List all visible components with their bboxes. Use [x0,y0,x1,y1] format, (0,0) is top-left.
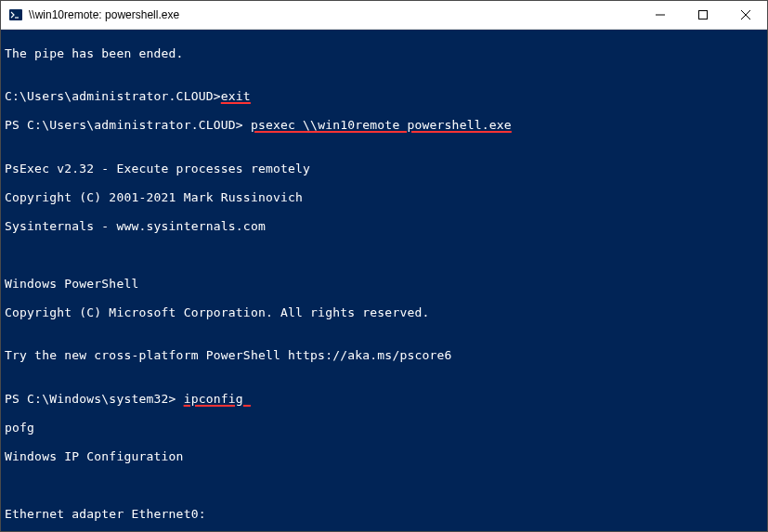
powershell-icon [8,7,23,22]
output-line: C:\Users\administrator.CLOUD>exit [5,89,763,104]
output-line: pofg [5,421,763,435]
output-line: Windows PowerShell [5,277,763,292]
output-line: The pipe has been ended. [5,46,763,61]
output-line: PS C:\Windows\system32> ipconfig [5,392,763,407]
command-text: ipconfig [184,392,251,406]
output-line: Windows IP Configuration [5,449,763,464]
prompt-text: PS C:\Windows\system32> [5,392,184,406]
command-text: psexec \\win10remote powershell.exe [251,118,512,132]
command-text: exit [221,89,251,103]
output-line: Try the new cross-platform PowerShell ht… [5,348,763,363]
prompt-text: C:\Users\administrator.CLOUD> [5,89,221,103]
output-line: Copyright (C) 2001-2021 Mark Russinovich [5,190,763,205]
prompt-text: PS C:\Users\administrator.CLOUD> [5,118,251,132]
close-button[interactable] [724,1,767,29]
output-line: PsExec v2.32 - Execute processes remotel… [5,162,763,176]
titlebar[interactable]: \\win10remote: powershell.exe [1,1,767,30]
maximize-button[interactable] [682,1,724,29]
output-line: Sysinternals - www.sysinternals.com [5,219,763,234]
svg-rect-0 [9,9,22,20]
minimize-button[interactable] [639,1,682,29]
terminal-output[interactable]: The pipe has been ended. C:\Users\admini… [1,30,767,531]
output-line: Ethernet adapter Ethernet0: [5,507,763,522]
output-line: Copyright (C) Microsoft Corporation. All… [5,305,763,320]
svg-rect-3 [699,11,708,19]
window-controls [639,1,767,29]
output-line: PS C:\Users\administrator.CLOUD> psexec … [5,118,763,133]
window-title: \\win10remote: powershell.exe [29,8,639,21]
